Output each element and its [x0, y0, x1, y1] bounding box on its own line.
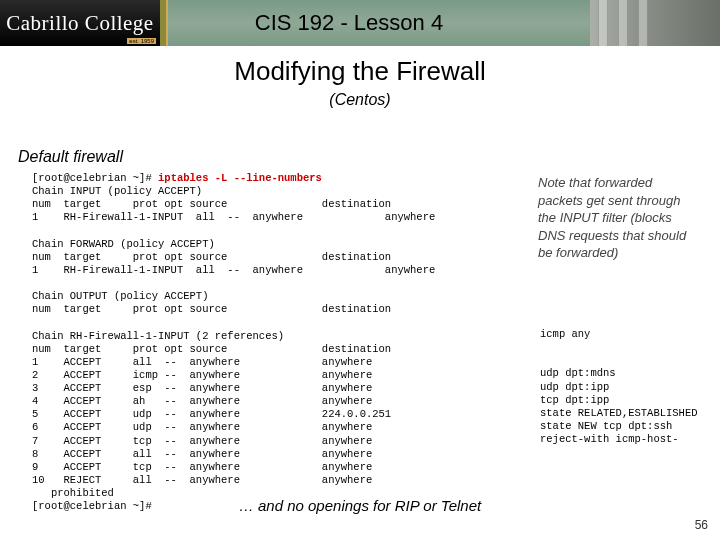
term-line: 7 ACCEPT tcp -- anywhere anywhere: [32, 435, 372, 447]
term-line: 1 RH-Firewall-1-INPUT all -- anywhere an…: [32, 211, 435, 223]
banner: Cabrillo College est. 1959 CIS 192 - Les…: [0, 0, 720, 46]
extra-line: udp dpt:ipp: [540, 381, 609, 393]
term-line: 10 REJECT all -- anywhere anywhere: [32, 474, 372, 486]
term-line: 1 RH-Firewall-1-INPUT all -- anywhere an…: [32, 264, 435, 276]
extra-line: reject-with icmp-host-: [540, 433, 679, 445]
term-line: Chain RH-Firewall-1-INPUT (2 references): [32, 330, 284, 342]
extra-line: icmp any: [540, 328, 590, 340]
terminal-output: [root@celebrian ~]# iptables -L --line-n…: [32, 172, 538, 513]
banner-title: CIS 192 - Lesson 4: [168, 10, 590, 36]
banner-photo: [590, 0, 720, 46]
term-line: 2 ACCEPT icmp -- anywhere anywhere: [32, 369, 372, 381]
section-label: Default firewall: [18, 148, 123, 166]
logo-est: est. 1959: [127, 38, 156, 44]
term-line: num target prot opt source destination: [32, 251, 391, 263]
logo-text: Cabrillo College: [6, 11, 153, 36]
term-line: num target prot opt source destination: [32, 343, 391, 355]
term-line: Chain OUTPUT (policy ACCEPT): [32, 290, 208, 302]
term-line: 8 ACCEPT all -- anywhere anywhere: [32, 448, 372, 460]
extra-line: udp dpt:mdns: [540, 367, 616, 379]
term-line: 1 ACCEPT all -- anywhere anywhere: [32, 356, 372, 368]
command: iptables -L --line-numbers: [158, 172, 322, 184]
term-line: num target prot opt source destination: [32, 198, 391, 210]
term-line: Chain FORWARD (policy ACCEPT): [32, 238, 215, 250]
footer-text: … and no openings for RIP or Telnet: [0, 497, 720, 514]
logo: Cabrillo College est. 1959: [0, 0, 160, 46]
page-number: 56: [695, 518, 708, 532]
terminal-extra-col: icmp any udp dpt:mdns udp dpt:ipp tcp dp…: [540, 328, 698, 446]
term-line: Chain INPUT (policy ACCEPT): [32, 185, 202, 197]
term-line: 9 ACCEPT tcp -- anywhere anywhere: [32, 461, 372, 473]
extra-line: state NEW tcp dpt:ssh: [540, 420, 672, 432]
term-line: 6 ACCEPT udp -- anywhere anywhere: [32, 421, 372, 433]
extra-line: state RELATED,ESTABLISHED: [540, 407, 698, 419]
extra-line: tcp dpt:ipp: [540, 394, 609, 406]
side-note: Note that forwarded packets get sent thr…: [538, 174, 698, 262]
term-line: num target prot opt source destination: [32, 303, 391, 315]
slide-heading: Modifying the Firewall: [0, 56, 720, 87]
term-line: 5 ACCEPT udp -- anywhere 224.0.0.251: [32, 408, 391, 420]
prompt: [root@celebrian ~]#: [32, 172, 158, 184]
term-line: 3 ACCEPT esp -- anywhere anywhere: [32, 382, 372, 394]
term-line: 4 ACCEPT ah -- anywhere anywhere: [32, 395, 372, 407]
slide: Cabrillo College est. 1959 CIS 192 - Les…: [0, 0, 720, 540]
slide-subheading: (Centos): [0, 91, 720, 109]
